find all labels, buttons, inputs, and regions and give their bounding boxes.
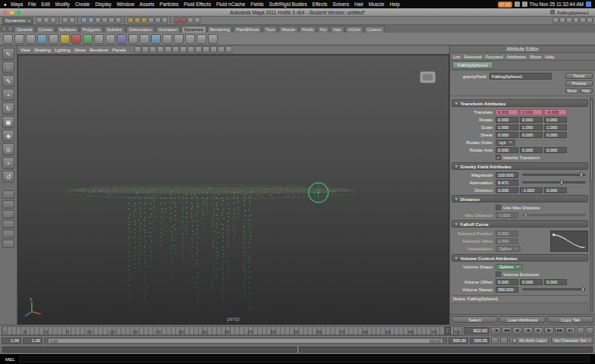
attribute-editor-menu-item[interactable]: Selected [464, 55, 481, 59]
shelf-icon[interactable] [151, 34, 161, 44]
panel-menu-item[interactable]: View [20, 48, 30, 52]
persp-uv-layout-icon[interactable] [2, 240, 14, 248]
slider-thumb[interactable] [580, 172, 583, 177]
rotate-tool-icon[interactable]: ↻ [2, 102, 14, 115]
shelf-tab[interactable]: Fur [317, 26, 329, 33]
mute-button[interactable] [500, 337, 508, 344]
shelf-tab[interactable]: Deformation [126, 26, 155, 33]
menubar-item[interactable]: Solvers [330, 2, 352, 7]
attenuation-slider[interactable] [522, 181, 586, 184]
use-max-distance-checkbox[interactable] [496, 205, 501, 210]
zoom-window-button[interactable] [17, 11, 20, 14]
translate-z-field[interactable] [544, 109, 567, 115]
presets-button[interactable]: Presets [565, 80, 593, 86]
menubar-item[interactable]: Maya [8, 2, 26, 7]
select-tool-icon[interactable]: ↖ [2, 48, 14, 60]
shelf-tab[interactable]: Custom [364, 26, 385, 33]
range-start-handle[interactable] [46, 339, 49, 343]
volume-exclusion-checkbox[interactable] [496, 271, 501, 277]
scale-z-field[interactable] [544, 124, 567, 130]
shelf-icon[interactable] [117, 34, 127, 44]
shelf-tab[interactable]: PaintEffects [233, 26, 262, 33]
undo-icon[interactable] [62, 17, 68, 24]
perspective-viewport[interactable]: y persp [17, 55, 449, 325]
direction-x-field[interactable] [496, 187, 518, 193]
apple-menu-icon[interactable]: ● [4, 2, 7, 7]
shelf-menu-icon[interactable] [2, 26, 7, 32]
panel-icon[interactable] [210, 46, 217, 53]
shelf-menu-icon[interactable] [8, 26, 13, 32]
node-tab[interactable]: FallingSphere1 [452, 61, 493, 69]
rotate-y-field[interactable] [520, 117, 543, 123]
max-distance-slider[interactable] [522, 214, 586, 216]
panel-icon[interactable] [203, 46, 209, 53]
shelf-tab[interactable]: Toon [263, 26, 278, 33]
menubar-item[interactable]: Effects [310, 2, 330, 7]
status-line-icon[interactable] [162, 17, 168, 24]
panel-icon[interactable] [225, 46, 232, 53]
slider-thumb[interactable] [581, 287, 584, 292]
copy-tab-button[interactable]: Copy Tab [547, 316, 593, 323]
slider-thumb[interactable] [560, 180, 563, 185]
lasso-tool-icon[interactable]: ◌ [2, 61, 14, 74]
volume-sweep-slider[interactable] [522, 288, 586, 290]
falloff-curve-graph[interactable] [550, 231, 588, 252]
direction-z-field[interactable] [544, 187, 567, 193]
shelf-icon[interactable] [94, 34, 104, 44]
shelf-icon[interactable] [26, 34, 36, 44]
paint-select-tool-icon[interactable]: ✎ [2, 75, 14, 87]
redo-icon[interactable] [69, 17, 75, 24]
rotate-axis-y-field[interactable] [520, 147, 543, 153]
menubar-item[interactable]: Fields [248, 2, 266, 7]
status-line-icon[interactable] [115, 17, 121, 24]
scale-y-field[interactable] [520, 124, 543, 130]
menubar-item[interactable]: Modify [52, 2, 72, 7]
scale-x-field[interactable] [496, 124, 518, 130]
attribute-editor-scrollbar[interactable] [590, 98, 593, 312]
gravity-field-attributes-section[interactable]: ▼ Gravity Field Attributes [452, 162, 588, 170]
snap-point-icon[interactable] [141, 17, 147, 24]
hide-button[interactable]: Hide [580, 88, 593, 93]
mel-mode-toggle[interactable]: MEL [5, 356, 15, 362]
shelf-icon[interactable] [3, 34, 13, 44]
rotate-order-dropdown[interactable]: xyz ▾ [496, 140, 515, 146]
new-scene-icon[interactable] [36, 17, 42, 24]
snap-curve-icon[interactable] [134, 17, 140, 24]
current-time-field[interactable] [464, 327, 490, 334]
close-window-button[interactable] [3, 11, 7, 14]
scrollbar-thumb[interactable] [590, 100, 593, 181]
time-slider[interactable]: 1255075100125150175200225250275300325350… [2, 326, 462, 335]
shelf-icon[interactable] [128, 34, 138, 44]
menubar-item[interactable]: Fluid Effects [181, 2, 214, 7]
panel-icon[interactable] [165, 46, 172, 53]
playback-end-field[interactable] [449, 337, 468, 344]
distance-section[interactable]: ▼ Distance [452, 195, 588, 202]
shelf-icon[interactable] [162, 34, 172, 44]
shelf-tab[interactable]: Animation [156, 26, 181, 33]
status-line-icon[interactable] [573, 17, 579, 24]
transport-button[interactable]: ◀ [523, 327, 533, 334]
render-settings-icon[interactable] [187, 17, 194, 24]
shelf-icon[interactable] [174, 34, 184, 44]
panel-menu-item[interactable]: Renderer [90, 48, 109, 52]
menubar-item[interactable]: File [26, 2, 39, 7]
snap-grid-icon[interactable] [128, 17, 134, 24]
transport-button[interactable]: |▶ [544, 327, 554, 334]
menubar-item[interactable]: Soft/Rigid Bodies [266, 2, 310, 7]
channel-box-toggle-icon[interactable] [566, 17, 572, 24]
shear-y-field[interactable] [520, 132, 543, 138]
inherits-transform-checkbox[interactable] [496, 155, 501, 160]
interpolation-dropdown[interactable]: Spline ▾ [496, 246, 521, 252]
panel-icon[interactable] [150, 46, 156, 53]
shelf-icon[interactable] [37, 34, 47, 44]
menubar-item[interactable]: Fluid nCache [213, 2, 247, 7]
menubar-item[interactable]: Display [93, 2, 114, 7]
transport-button[interactable]: ◀◀ [502, 327, 512, 334]
last-tool-icon[interactable]: ↺ [2, 171, 14, 183]
panel-icon[interactable] [180, 46, 187, 53]
max-distance-field[interactable] [496, 212, 518, 218]
menubar-item[interactable]: Assets [137, 2, 157, 7]
shelf-icon[interactable] [197, 34, 206, 44]
show-button[interactable]: Show [565, 88, 578, 93]
transport-button[interactable]: ▶ [534, 327, 543, 334]
